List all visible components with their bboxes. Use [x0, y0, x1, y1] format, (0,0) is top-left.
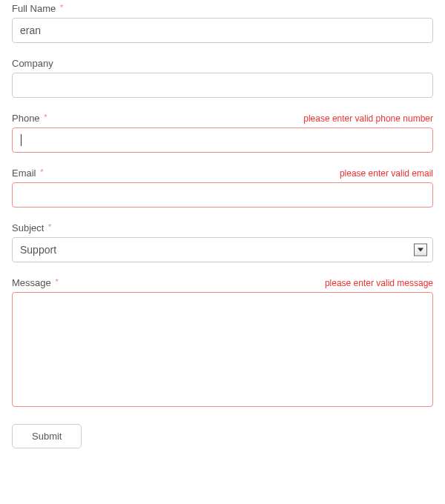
label-row: Email * please enter valid email: [12, 168, 433, 179]
subject-select-value: Support: [12, 237, 433, 262]
required-asterisk: *: [55, 277, 58, 286]
fullname-label: Full Name *: [12, 3, 63, 14]
required-asterisk: *: [40, 168, 43, 176]
company-input[interactable]: [12, 73, 433, 98]
subject-group: Subject * Support: [12, 222, 433, 262]
subject-label: Subject *: [12, 222, 51, 233]
message-textarea[interactable]: [12, 292, 433, 407]
email-error: please enter valid email: [340, 168, 433, 179]
submit-button[interactable]: Submit: [12, 424, 82, 448]
phone-label: Phone *: [12, 113, 47, 124]
company-label: Company: [12, 58, 53, 69]
message-group: Message * please enter valid message: [12, 277, 433, 409]
message-label: Message *: [12, 277, 59, 288]
label-row: Phone * please enter valid phone number: [12, 113, 433, 124]
message-error: please enter valid message: [325, 278, 433, 288]
label-row: Company: [12, 58, 433, 69]
contact-form: Full Name * Company Phone * please enter…: [12, 3, 433, 448]
label-row: Full Name *: [12, 3, 433, 14]
phone-input[interactable]: [12, 127, 433, 153]
subject-select[interactable]: Support: [12, 237, 433, 262]
email-group: Email * please enter valid email: [12, 168, 433, 208]
label-row: Message * please enter valid message: [12, 277, 433, 288]
phone-error: please enter valid phone number: [303, 113, 433, 124]
chevron-down-icon[interactable]: [414, 244, 427, 256]
company-group: Company: [12, 58, 433, 98]
text-cursor: [21, 134, 22, 146]
required-asterisk: *: [60, 3, 63, 12]
label-row: Subject *: [12, 222, 433, 233]
required-asterisk: *: [44, 113, 47, 122]
fullname-input[interactable]: [12, 18, 433, 43]
required-asterisk: *: [48, 222, 51, 231]
fullname-group: Full Name *: [12, 3, 433, 43]
email-input[interactable]: [12, 182, 433, 208]
email-label: Email *: [12, 168, 43, 179]
phone-group: Phone * please enter valid phone number: [12, 113, 433, 153]
